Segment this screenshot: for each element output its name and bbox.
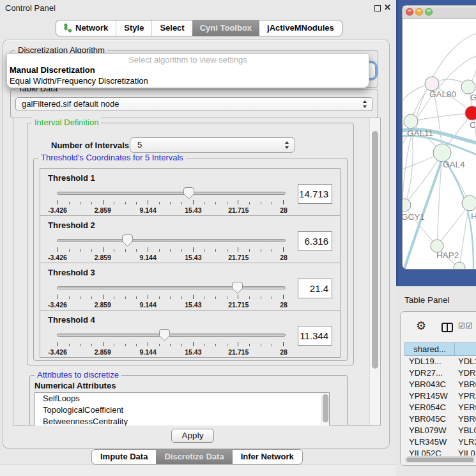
tick-mark [91,344,92,346]
tick-label: 15.43 [185,348,201,356]
tab-select[interactable]: Select [151,20,192,36]
threshold-3-slider[interactable]: -3.4262.8599.14415.4321.71528 [57,281,286,309]
tab-discretize-data[interactable]: Discretize Data [156,450,232,464]
tick-mark [181,249,182,252]
apply-button[interactable]: Apply [171,429,214,443]
tab-style[interactable]: Style [116,20,151,36]
threshold-3-value-field[interactable]: 21.4 [298,279,332,298]
tab-label: Network [75,20,108,36]
table-row[interactable]: YER054CYER0 [404,402,476,413]
table-cell: YDL19... [404,356,455,367]
group-title: Threshold's Coordinates for 5 Intervals [38,153,186,163]
node-label: G [470,93,476,102]
tick-mark [103,200,104,204]
group-title: Attributes to discretize [35,370,121,380]
slider-ticks [58,295,284,300]
column-header-name[interactable]: n [454,342,476,356]
tab-impute-data[interactable]: Impute Data [92,450,156,464]
threshold-2-value-field[interactable]: 6.316 [298,231,332,251]
tick-mark [103,342,104,346]
tab-network[interactable]: Network [56,20,116,36]
tick-mark [215,344,216,346]
columns-icon[interactable] [441,323,453,332]
gear-icon[interactable]: ⚙ [416,320,426,332]
network-node-c[interactable] [465,106,476,120]
table-row[interactable]: YDL19...YDL1 [404,356,476,367]
table-cell: YDR27... [404,367,455,379]
vertical-scrollbar[interactable] [369,118,380,425]
slider-track[interactable] [57,334,286,337]
slider-track[interactable] [57,192,286,195]
horizontal-scrollbar[interactable] [405,456,476,463]
tick-mark [148,295,148,299]
float-window-icon[interactable] [374,5,381,12]
column-header-shared-name[interactable]: shared... [404,342,455,356]
close-traffic-light[interactable] [406,8,413,15]
algorithm-dropdown-popup: Select algorithm to view settings Manual… [6,53,369,88]
threshold-1-slider[interactable]: -3.4262.8599.14415.4321.71528 [57,187,286,215]
network-node-gal4[interactable] [433,144,451,162]
tick-mark [58,342,58,346]
tick-mark [159,344,160,346]
tick-mark [249,202,250,204]
table-row[interactable]: YBR043CYBR0 [404,379,476,390]
list-item[interactable]: TopologicalCoefficient [35,404,329,416]
traffic-light-shine [408,10,411,12]
scrollbar-thumb[interactable] [406,457,474,462]
threshold-4-slider[interactable]: -3.4262.8599.14415.4321.71528 [57,328,286,357]
threshold-label: Threshold 1 [48,173,95,183]
threshold-1-value-field[interactable]: 14.713 [298,184,332,204]
node-label: GAL4 [443,160,465,169]
tick-label: 9.144 [139,254,156,261]
table-row[interactable]: YDR27...YDR2 [404,367,476,379]
table-row[interactable]: YBL079WYBL0 [404,425,476,436]
slider-track[interactable] [57,286,286,289]
checkbox-icons[interactable]: ☑☑ [458,321,473,330]
slider-thumb[interactable] [159,329,170,341]
number-of-intervals-spinner[interactable]: 5 [130,137,295,153]
close-icon[interactable]: ✕ [384,3,391,12]
tab-infer-network[interactable]: Infer Network [233,450,302,464]
scrollbar-thumb[interactable] [372,131,378,369]
tick-label: -3.426 [48,348,67,356]
slider-thumb[interactable] [232,282,243,294]
list-scrollbar[interactable] [321,393,329,425]
slider-thumb[interactable] [122,234,133,247]
network-view[interactable]: GAL80GCGAL11GAL4GCY1HHAP2 [396,0,476,286]
tick-mark [227,249,227,252]
tab-label: jActiveMNodules [267,20,334,36]
table-cell: YIL0 [455,448,476,456]
dropdown-option-equal-width[interactable]: Equal Width/Frequency Discretization [7,75,369,86]
list-item[interactable]: SelfLoops [35,393,329,404]
node-label: GAL11 [407,128,433,138]
network-node-g[interactable] [461,80,475,94]
network-node-gal80[interactable] [425,77,439,91]
threshold-4-value-field[interactable]: 11.344 [298,326,332,346]
tick-mark [125,344,126,346]
tick-label: 28 [280,301,288,309]
network-node-gal11[interactable] [404,114,418,128]
tab-label: Cyni Toolbox [200,20,252,36]
tab-jactivemnodules[interactable]: jActiveMNodules [259,20,342,36]
scrollbar-thumb[interactable] [323,394,328,422]
dropdown-option-manual-discretization[interactable]: Manual Discretization [7,65,369,75]
table-data-combobox[interactable]: galFiltered.sif default node [15,97,373,111]
numerical-attributes-label: Numerical Attributes [35,381,116,390]
slider-thumb[interactable] [183,187,194,199]
tick-label: 21.715 [228,301,249,309]
tab-cyni-toolbox[interactable]: Cyni Toolbox [192,20,259,36]
numerical-attributes-list[interactable]: SelfLoops TopologicalCoefficient Between… [35,392,330,426]
minimize-traffic-light[interactable] [416,8,423,15]
slider-track[interactable] [57,239,286,242]
tab-label: Select [160,20,184,36]
table-row[interactable]: YLR345WYLR3 [404,436,476,448]
threshold-2-slider[interactable]: -3.4262.8599.14415.4321.71528 [57,234,286,262]
table-row[interactable]: YPR145WYPR1 [404,390,476,402]
network-node-h[interactable] [462,196,476,211]
tick-mark [238,295,238,299]
table-row[interactable]: YIL052CYIL0 [404,448,476,456]
table-row[interactable]: YBR045CYBR0 [404,413,476,425]
zoom-traffic-light[interactable] [426,8,433,15]
list-item[interactable]: BetweennessCentrality [35,416,329,426]
tick-mark [272,344,272,346]
